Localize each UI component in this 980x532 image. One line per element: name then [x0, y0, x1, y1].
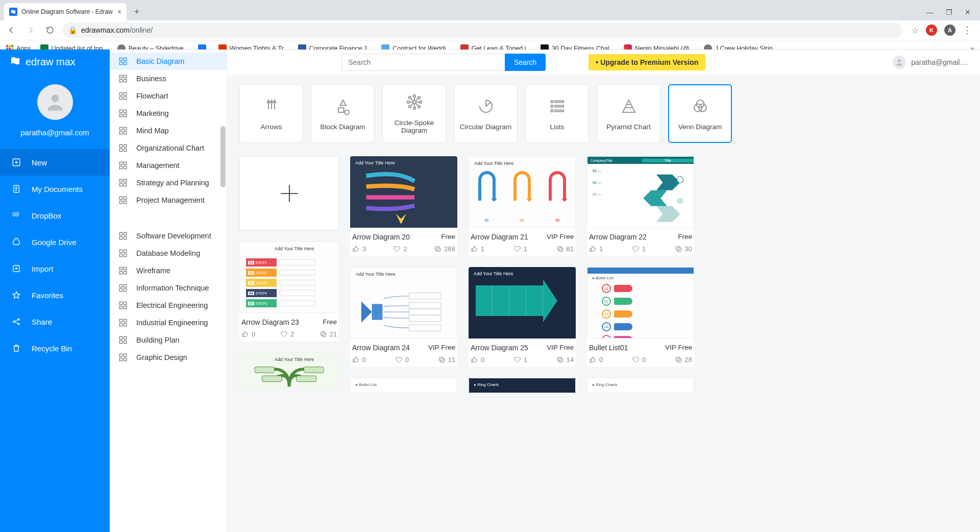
- favs-stat[interactable]: 1: [513, 245, 527, 253]
- type-venn-diagram[interactable]: Venn Diagram: [668, 84, 732, 143]
- copies-stat[interactable]: 61: [556, 245, 574, 253]
- template-card[interactable]: Add Your Title Here Arrow Diagram 20Free…: [350, 156, 457, 256]
- template-card-peek[interactable]: Add Your Title Here: [239, 352, 339, 388]
- category-industrial-engineering[interactable]: Industrial Engineering: [110, 314, 227, 331]
- type-circular-diagram[interactable]: Circular Diagram: [454, 84, 518, 143]
- app-logo[interactable]: edraw max: [0, 50, 110, 74]
- star-icon: [11, 291, 21, 300]
- upgrade-button[interactable]: Upgrade to Premium Version: [589, 54, 705, 70]
- category-label: Industrial Engineering: [136, 319, 208, 327]
- category-database-modeling[interactable]: Database Modeling: [110, 245, 227, 262]
- category-mind-map[interactable]: Mind Map: [110, 122, 227, 139]
- category-software-development[interactable]: Software Development: [110, 227, 227, 245]
- template-card[interactable]: Add Your Title Here Arrow Diagram 25VIP …: [469, 267, 576, 367]
- profile-block: paratha@gmail.com: [0, 74, 110, 149]
- template-card-peek[interactable]: ▸ Ring Charts: [587, 378, 694, 393]
- close-icon[interactable]: ×: [117, 8, 121, 16]
- search-input[interactable]: [341, 54, 505, 71]
- likes-stat[interactable]: 0: [241, 330, 255, 338]
- reload-button[interactable]: [43, 23, 57, 37]
- type-block-diagram[interactable]: Block Diagram: [311, 84, 375, 143]
- search-button[interactable]: Search: [505, 54, 546, 71]
- scrollbar-thumb[interactable]: [220, 126, 226, 187]
- type-pyramid-chart[interactable]: Pyramid Chart: [597, 84, 660, 143]
- svg-point-85: [551, 100, 553, 103]
- type-arrows[interactable]: Arrows: [239, 84, 303, 143]
- copies-stat[interactable]: 268: [434, 245, 455, 253]
- nav-item-dropbox[interactable]: DropBox: [0, 202, 110, 229]
- nav-item-favorites[interactable]: Favorites: [0, 282, 110, 308]
- category-basic-diagram[interactable]: Basic Diagram: [110, 53, 227, 70]
- nav-item-my-documents[interactable]: My Documents: [0, 176, 110, 202]
- back-button[interactable]: [4, 23, 18, 37]
- nav-item-import[interactable]: Import: [0, 255, 110, 282]
- category-flowchart[interactable]: Flowchart: [110, 87, 227, 105]
- category-marketing[interactable]: Marketing: [110, 105, 227, 122]
- favs-stat[interactable]: 2: [393, 245, 407, 253]
- copy-icon: [434, 245, 442, 253]
- browser-tab[interactable]: Online Diagram Software - Edraw ×: [4, 3, 127, 20]
- template-row: Add Your Title Here Arrow Diagram 24VIP …: [350, 267, 694, 367]
- type-lists[interactable]: Lists: [525, 84, 589, 143]
- heart-icon: [632, 245, 640, 253]
- bookmark-star-icon[interactable]: ☆: [912, 26, 919, 35]
- minimize-icon[interactable]: —: [926, 8, 934, 16]
- favs-stat[interactable]: 1: [632, 245, 646, 253]
- category-wireframe[interactable]: Wireframe: [110, 262, 227, 279]
- svg-rect-58: [124, 289, 127, 292]
- likes-stat[interactable]: 0: [471, 356, 484, 364]
- template-card-peek[interactable]: ▸ Bullet List: [350, 378, 457, 393]
- new-blank-template[interactable]: [239, 156, 339, 230]
- template-card-peek[interactable]: ▸ Ring Charts: [469, 378, 576, 393]
- user-menu[interactable]: paratha@gmail....: [893, 56, 968, 69]
- category-icon: [118, 178, 128, 187]
- copies-stat[interactable]: 28: [675, 356, 692, 364]
- copies-stat[interactable]: 21: [320, 330, 337, 338]
- avatar[interactable]: [37, 84, 73, 120]
- copies-stat[interactable]: 30: [675, 245, 692, 253]
- profile-avatar-icon[interactable]: A: [944, 25, 955, 36]
- template-card[interactable]: ▸ Bullet List0102030405 Bullet List01VIP…: [587, 267, 694, 367]
- extension-k-icon[interactable]: K: [926, 25, 937, 36]
- category-management[interactable]: Management: [110, 157, 227, 174]
- nav-item-new[interactable]: New: [0, 149, 110, 176]
- nav-item-google-drive[interactable]: Google Drive: [0, 229, 110, 255]
- close-window-icon[interactable]: ✕: [965, 8, 971, 16]
- likes-stat[interactable]: 1: [471, 245, 484, 253]
- template-card[interactable]: Add Your Title Here01STEP102STEP203STEP3…: [239, 241, 339, 341]
- template-card[interactable]: Add Your Title Here Arrow Diagram 24VIP …: [350, 267, 457, 367]
- favs-stat[interactable]: 0: [395, 356, 409, 364]
- template-card[interactable]: Add Your Title Here 010203 Arrow Diagram…: [469, 156, 576, 256]
- svg-point-0: [51, 94, 59, 102]
- category-project-management[interactable]: Project Management: [110, 191, 227, 209]
- forward-button[interactable]: [23, 23, 38, 37]
- url-input[interactable]: 🔒 edrawmax.com/online/: [62, 22, 902, 38]
- category-electrical-engineering[interactable]: Electrical Engineering: [110, 297, 227, 314]
- category-graphic-design[interactable]: Graphic Design: [110, 349, 227, 366]
- copies-stat[interactable]: 11: [438, 356, 455, 364]
- likes-stat[interactable]: 1: [589, 245, 603, 253]
- favs-stat[interactable]: 1: [513, 356, 527, 364]
- likes-stat[interactable]: 0: [589, 356, 603, 364]
- category-strategy-and-planning[interactable]: Strategy and Planning: [110, 174, 227, 191]
- category-business[interactable]: Business: [110, 70, 227, 87]
- copies-stat[interactable]: 14: [556, 356, 574, 364]
- svg-point-87: [551, 109, 553, 112]
- maximize-icon[interactable]: ❐: [946, 8, 952, 16]
- favs-stat[interactable]: 0: [632, 356, 646, 364]
- category-organizational-chart[interactable]: Organizational Chart: [110, 139, 227, 157]
- category-building-plan[interactable]: Building Plan: [110, 331, 227, 349]
- category-label: Database Modeling: [136, 249, 200, 257]
- type-circle-spoke-diagram[interactable]: Circle-Spoke Diagram: [382, 84, 446, 143]
- likes-stat[interactable]: 0: [352, 356, 366, 364]
- svg-rect-48: [124, 250, 127, 252]
- logo-icon: [9, 55, 21, 69]
- template-card[interactable]: CompanyTitleTitle 01 — 02 — 03 — Arrow D…: [587, 156, 694, 256]
- favs-stat[interactable]: 2: [280, 330, 294, 338]
- nav-item-share[interactable]: Share: [0, 308, 110, 335]
- category-information-technique[interactable]: Information Technique: [110, 279, 227, 297]
- browser-menu-icon[interactable]: ⋮: [963, 25, 972, 36]
- likes-stat[interactable]: 3: [352, 245, 366, 253]
- new-tab-button[interactable]: +: [130, 5, 144, 19]
- nav-item-recycle-bin[interactable]: Recycle Bin: [0, 335, 110, 361]
